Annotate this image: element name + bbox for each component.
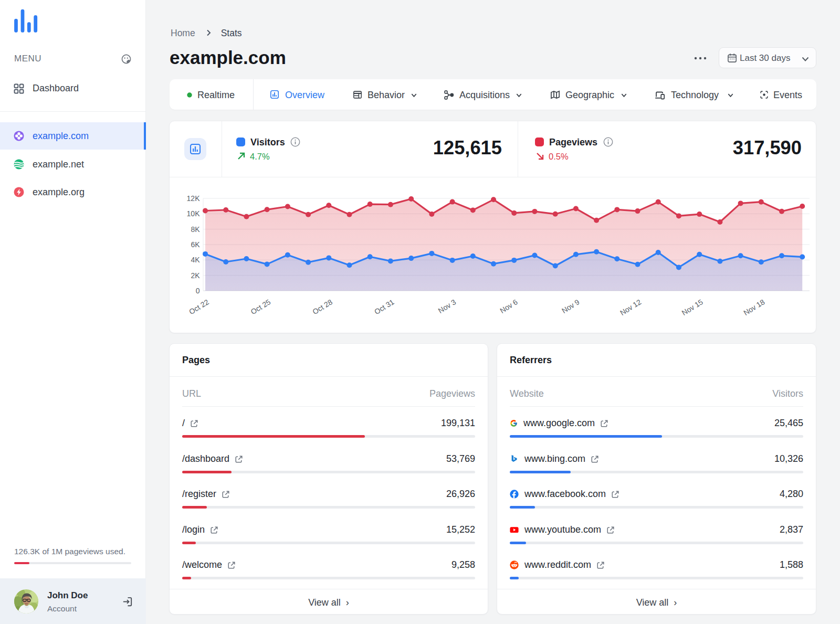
svg-text:Nov 15: Nov 15 [680,298,705,317]
svg-text:Oct 25: Oct 25 [249,298,272,316]
svg-text:Nov 18: Nov 18 [742,298,766,317]
svg-text:Oct 31: Oct 31 [373,298,396,316]
svg-text:Nov 9: Nov 9 [560,298,581,315]
svg-text:10K: 10K [187,209,201,218]
svg-text:2K: 2K [191,271,200,280]
svg-text:Nov 12: Nov 12 [618,298,643,317]
svg-text:12K: 12K [187,194,201,203]
svg-text:Oct 28: Oct 28 [311,298,334,316]
svg-text:4K: 4K [191,256,200,264]
svg-text:0: 0 [196,287,200,295]
svg-text:Nov 3: Nov 3 [437,298,458,315]
svg-text:Nov 6: Nov 6 [498,298,519,315]
svg-text:8K: 8K [191,225,200,234]
svg-text:6K: 6K [191,240,200,249]
svg-text:Oct 22: Oct 22 [187,298,211,316]
